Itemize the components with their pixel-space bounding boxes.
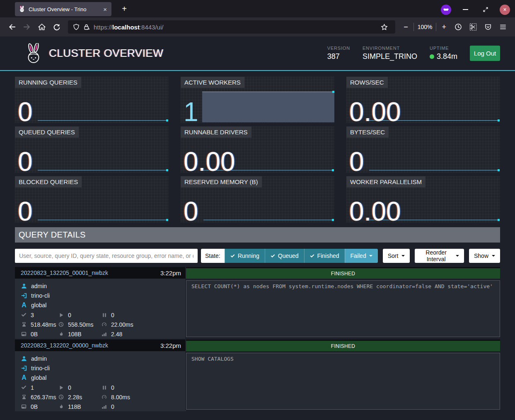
queued-splits: 0 bbox=[101, 383, 185, 392]
hourglass-icon bbox=[21, 394, 27, 400]
stat-label: ACTIVE WORKERS bbox=[181, 77, 244, 88]
stat-tile: 0.00 RUNNABLE DRIVERS bbox=[181, 126, 334, 173]
gauge-icon bbox=[101, 394, 107, 400]
stat-tile: 0.00 WORKER PARALLELISM bbox=[346, 176, 500, 223]
stat-value: 0 bbox=[18, 97, 33, 123]
state-filter-button[interactable]: Finished bbox=[304, 249, 345, 263]
close-button[interactable]: × bbox=[500, 5, 510, 15]
app-header: CLUSTER OVERVIEW VERSION 387 ENVIRONMENT… bbox=[0, 36, 515, 71]
play-icon bbox=[58, 385, 64, 390]
forward-icon[interactable] bbox=[21, 21, 33, 33]
bar-chart-icon bbox=[101, 331, 107, 337]
header-stats: VERSION 387 ENVIRONMENT SIMPLE_TRINO UPT… bbox=[327, 46, 500, 61]
query-user: admin bbox=[21, 281, 185, 291]
stat-value: 0 bbox=[18, 147, 33, 173]
pause-icon bbox=[101, 385, 107, 390]
stat-tile: 0 BLOCKED QUERIES bbox=[15, 176, 169, 223]
query-status-bar: FINISHED bbox=[186, 268, 500, 279]
reload-icon[interactable] bbox=[51, 21, 63, 33]
trino-bunny-logo bbox=[24, 43, 43, 64]
uptime-stat: UPTIME 3.84m bbox=[430, 46, 457, 61]
browser-tab-bar: Cluster Overview - Trino × + × bbox=[0, 0, 515, 17]
query-source: trino-cli bbox=[21, 291, 185, 300]
query-stats: 3 0 0 518.48ms 558.50ms 22.00ms 0B 108B … bbox=[21, 310, 185, 339]
minimize-button[interactable] bbox=[459, 3, 471, 16]
tab-title: Cluster Overview - Trino bbox=[29, 6, 99, 12]
query-id-link[interactable]: 20220823_132205_00001_nwbzk bbox=[21, 269, 108, 276]
query-row-header: 20220823_132202_00000_nwbzk 3:22pm bbox=[15, 340, 185, 351]
wall-time: 626.37ms bbox=[21, 392, 58, 402]
query-sql-text: SELECT COUNT(*) as nodes FROM system.run… bbox=[186, 280, 500, 337]
browser-toolbar: https://localhost:8443/ui/ − 100% + bbox=[0, 17, 515, 36]
browser-tab[interactable]: Cluster Overview - Trino × bbox=[15, 2, 111, 16]
lock-warning-icon[interactable] bbox=[83, 24, 90, 30]
stat-tiles: 0 RUNNING QUERIES 1 ACTIVE WORKERS 0.00 … bbox=[15, 77, 500, 223]
user-icon bbox=[21, 283, 27, 289]
query-toolbar: State: Running Queued Finished Failed So… bbox=[15, 249, 500, 263]
check-icon bbox=[230, 254, 235, 258]
stat-tile: 0.00 ROWS/SEC bbox=[346, 77, 500, 123]
history-clock-icon[interactable] bbox=[452, 21, 464, 33]
back-icon[interactable] bbox=[6, 21, 18, 33]
stat-value: 0.00 bbox=[349, 197, 401, 223]
user-icon bbox=[21, 356, 27, 362]
new-tab-button[interactable]: + bbox=[118, 3, 131, 15]
parallelism: 0 bbox=[101, 402, 185, 411]
query-row: 20220823_132205_00001_nwbzk 3:22pm FINIS… bbox=[15, 267, 500, 338]
stat-value: 1 bbox=[184, 97, 198, 123]
check-icon bbox=[21, 385, 27, 390]
play-icon bbox=[58, 313, 64, 318]
shield-icon[interactable] bbox=[73, 24, 80, 30]
screenshot-scissors-icon[interactable] bbox=[467, 21, 479, 33]
state-filter-button[interactable]: Running bbox=[225, 249, 265, 263]
query-info-panel: admin trino-cli Aglobal 1 0 0 626.37ms 2… bbox=[15, 351, 185, 411]
show-button[interactable]: Show bbox=[469, 249, 500, 263]
trino-page: CLUSTER OVERVIEW VERSION 387 ENVIRONMENT… bbox=[0, 36, 515, 420]
tab-close-icon[interactable]: × bbox=[102, 6, 108, 13]
query-sql-text: SHOW CATALOGS bbox=[186, 353, 500, 410]
sparkline bbox=[369, 170, 499, 170]
page-title: CLUSTER OVERVIEW bbox=[49, 47, 163, 60]
zoom-out-button[interactable]: − bbox=[402, 23, 410, 32]
stat-label: BLOCKED QUERIES bbox=[15, 176, 82, 187]
query-sql-cell: SELECT COUNT(*) as nodes FROM system.run… bbox=[186, 279, 500, 339]
version-stat: VERSION 387 bbox=[327, 46, 350, 61]
home-icon[interactable] bbox=[36, 21, 48, 33]
pocket-shield-icon[interactable] bbox=[482, 21, 494, 33]
url-text[interactable]: https://localhost:8443/ui/ bbox=[94, 24, 163, 31]
private-browsing-icon bbox=[441, 5, 451, 15]
stat-label: RUNNING QUERIES bbox=[15, 77, 81, 88]
stat-value: 0 bbox=[184, 197, 198, 223]
zoom-in-button[interactable]: + bbox=[440, 23, 448, 32]
sparkline bbox=[38, 170, 168, 170]
cpu-time: 22.00ms bbox=[101, 320, 185, 329]
sort-button[interactable]: Sort bbox=[383, 249, 410, 263]
query-search-input[interactable] bbox=[15, 249, 198, 263]
stat-tile: 1 ACTIVE WORKERS bbox=[181, 77, 334, 123]
reorder-interval-button[interactable]: Reorder Interval bbox=[415, 249, 464, 263]
state-failed-button[interactable]: Failed bbox=[345, 249, 378, 263]
query-stats: 1 0 0 626.37ms 2.28s 8.00ms 0B 118B 0 bbox=[21, 383, 185, 411]
gauge-icon bbox=[101, 322, 107, 327]
state-filter-button[interactable]: Queued bbox=[265, 249, 304, 263]
query-resource-group: Aglobal bbox=[21, 300, 185, 310]
zoom-level[interactable]: 100% bbox=[418, 24, 433, 30]
sparkline-area-fill bbox=[202, 92, 334, 122]
environment-stat: ENVIRONMENT SIMPLE_TRINO bbox=[363, 46, 417, 61]
clock-icon bbox=[58, 322, 64, 327]
source-sign-in-icon bbox=[21, 365, 27, 371]
bookmark-star-icon[interactable] bbox=[378, 21, 390, 33]
url-bar[interactable]: https://localhost:8443/ui/ bbox=[68, 20, 395, 34]
menu-hamburger-icon[interactable] bbox=[497, 21, 509, 33]
stat-label: RUNNABLE DRIVERS bbox=[181, 126, 251, 138]
chevron-down-icon bbox=[456, 255, 459, 257]
query-id-link[interactable]: 20220823_132202_00000_nwbzk bbox=[21, 342, 108, 349]
pause-icon bbox=[101, 313, 107, 318]
restore-button[interactable] bbox=[479, 3, 492, 16]
disk-icon bbox=[21, 331, 27, 337]
query-details-header: QUERY DETAILS bbox=[15, 227, 500, 243]
running-splits: 0 bbox=[58, 383, 101, 392]
logout-button[interactable]: Log Out bbox=[470, 46, 500, 61]
check-icon bbox=[310, 254, 314, 258]
query-resource-group: Aglobal bbox=[21, 373, 185, 382]
